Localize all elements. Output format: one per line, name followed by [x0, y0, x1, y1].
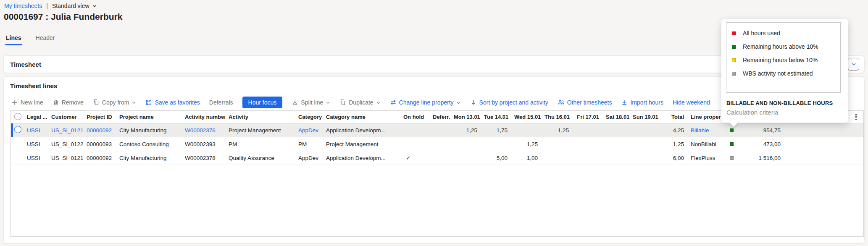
col-thu[interactable]: Thu 16.01: [541, 114, 572, 120]
hour-focus-button[interactable]: Hour focus: [242, 97, 283, 108]
col-customer[interactable]: Customer: [48, 114, 83, 120]
hours-mon-cell[interactable]: 1,25: [450, 127, 481, 133]
new-line-button[interactable]: New line: [11, 99, 43, 106]
select-all-radio[interactable]: [14, 113, 21, 120]
customer-cell: US_SI_0121: [48, 155, 83, 161]
col-mon[interactable]: Mon 13.01: [450, 114, 481, 120]
col-project-id[interactable]: Project ID: [83, 114, 116, 120]
col-category[interactable]: Category: [295, 114, 323, 120]
col-project-name[interactable]: Project name: [116, 114, 181, 120]
tab-header[interactable]: Header: [35, 33, 56, 45]
hours-wed-cell[interactable]: 1,25: [511, 141, 541, 147]
hours-tue-cell[interactable]: 5,00: [481, 155, 511, 161]
sort-by-project-button[interactable]: Sort by project and activity: [470, 99, 548, 106]
legend-box: All hours used Remaining hours above 10%…: [726, 22, 841, 93]
chevron-down-icon: [326, 100, 330, 105]
import-hours-button[interactable]: Import hours: [621, 99, 663, 106]
col-sun[interactable]: Sun 19.01: [629, 114, 661, 120]
grid-options-icon[interactable]: [854, 113, 858, 122]
customer-link[interactable]: US_SI_0121: [51, 127, 83, 133]
split-icon: [292, 99, 298, 106]
legal-entity-cell: USSI: [24, 155, 48, 161]
save-as-favorites-button[interactable]: Save as favorites: [145, 99, 200, 106]
line-status-indicator: [730, 128, 734, 132]
view-selector[interactable]: Standard view: [52, 3, 97, 9]
customer-cell: US_SI_0122: [48, 141, 83, 147]
table-row[interactable]: USSI US_SI_0122 00000093 Contoso Consult…: [11, 137, 863, 151]
col-deferrals[interactable]: Deferr...: [429, 114, 450, 120]
all-hours-used-swatch: [732, 31, 736, 35]
category-cell: PM: [295, 141, 323, 147]
col-on-hold[interactable]: On hold: [400, 114, 429, 120]
col-line-property[interactable]: Line property: [687, 114, 721, 120]
col-legal[interactable]: Legal ...: [24, 114, 48, 120]
activity-number-cell: W00002393: [181, 141, 225, 147]
legend-label: Remaining hours above 10%: [743, 43, 818, 50]
category-name-cell: Application Developm...: [323, 127, 400, 133]
remaining-hours-cell: 954,75: [742, 127, 784, 133]
page-title: 00001697 : Julia Funderburk: [4, 12, 122, 22]
calculation-criteria-label: Calculation criteria: [726, 109, 778, 116]
hours-wed-cell[interactable]: 1,00: [511, 155, 541, 161]
chevron-down-icon: [92, 3, 97, 8]
line-status-indicator: [730, 142, 734, 146]
timesheet-page: My timesheets | Standard view 00001697 :…: [0, 0, 868, 246]
col-total[interactable]: Total: [661, 114, 687, 120]
table-row[interactable]: USSI US_SI_0121 00000092 City Manufactur…: [11, 151, 863, 165]
activity-cell: Project Management: [225, 127, 295, 133]
remove-button[interactable]: Remove: [53, 99, 84, 106]
col-activity[interactable]: Activity: [225, 114, 295, 120]
tab-bar: Lines Header: [5, 33, 56, 45]
activity-number-link[interactable]: W00002376: [185, 127, 216, 133]
other-timesheets-button[interactable]: Other timesheets: [558, 99, 612, 106]
project-name-cell: City Manufacturing: [116, 127, 181, 133]
legend-item: Remaining hours below 10%: [732, 53, 840, 67]
line-property-cell: FlexPluss: [687, 155, 721, 161]
hours-thu-cell[interactable]: 1,25: [541, 127, 572, 133]
deferrals-button[interactable]: Deferrals: [209, 99, 233, 106]
legal-entity-link[interactable]: USSI: [27, 127, 40, 133]
category-name-cell: Application Developm...: [323, 155, 400, 161]
trash-icon: [53, 99, 59, 106]
legal-entity-cell: USSI: [24, 141, 48, 147]
legend-item: Remaining hours above 10%: [732, 40, 840, 53]
my-timesheets-link[interactable]: My timesheets: [4, 3, 42, 9]
legend-item: WBS activity not estimated: [732, 67, 840, 80]
col-fri[interactable]: Fri 17.01: [572, 114, 602, 120]
activity-cell: Quality Assurance: [225, 155, 295, 161]
split-line-button[interactable]: Split line: [292, 99, 330, 106]
billable-hours-heading: BILLABLE AND NON-BILLABLE HOURS: [726, 100, 833, 106]
expand-timesheet-button[interactable]: [848, 58, 859, 71]
remaining-hours-cell: 473,00: [742, 141, 784, 147]
people-icon: [558, 99, 565, 106]
copy-from-button[interactable]: Copy from: [93, 99, 137, 106]
hours-tue-cell[interactable]: 1,75: [481, 127, 511, 133]
duplicate-button[interactable]: Duplicate: [339, 99, 380, 106]
project-id-cell: 00000092: [83, 155, 116, 161]
total-cell: 6,00: [661, 155, 687, 161]
col-activity-number[interactable]: Activity number: [181, 114, 225, 120]
project-id-link[interactable]: 00000092: [87, 127, 112, 133]
view-selector-label: Standard view: [52, 3, 89, 9]
category-link[interactable]: AppDev: [298, 127, 318, 133]
activity-number-cell: W00002378: [181, 155, 225, 161]
col-tue[interactable]: Tue 14.01: [481, 114, 511, 120]
hours-legend-flyout: All hours used Remaining hours above 10%…: [721, 19, 848, 123]
project-name-cell: City Manufacturing: [116, 155, 181, 161]
legend-label: Remaining hours below 10%: [743, 57, 818, 63]
total-cell: 1,25: [661, 141, 687, 147]
line-property-cell: NonBillabl: [687, 141, 721, 147]
table-row[interactable]: USSI US_SI_0121 00000092 City Manufactur…: [11, 123, 863, 137]
row-radio[interactable]: [14, 126, 21, 133]
hide-weekend-button[interactable]: Hide weekend: [673, 99, 710, 106]
save-icon: [145, 99, 152, 106]
col-category-name[interactable]: Category name: [323, 114, 400, 120]
col-wed[interactable]: Wed 15.01: [511, 114, 541, 120]
col-sat[interactable]: Sat 18.01: [602, 114, 629, 120]
legend-label: WBS activity not estimated: [743, 70, 813, 77]
line-property-link[interactable]: Billable: [691, 127, 709, 133]
change-line-property-button[interactable]: Change line property: [390, 99, 461, 106]
tab-lines[interactable]: Lines: [5, 33, 22, 45]
swap-arrows-icon: [390, 99, 397, 106]
download-icon: [621, 99, 628, 106]
